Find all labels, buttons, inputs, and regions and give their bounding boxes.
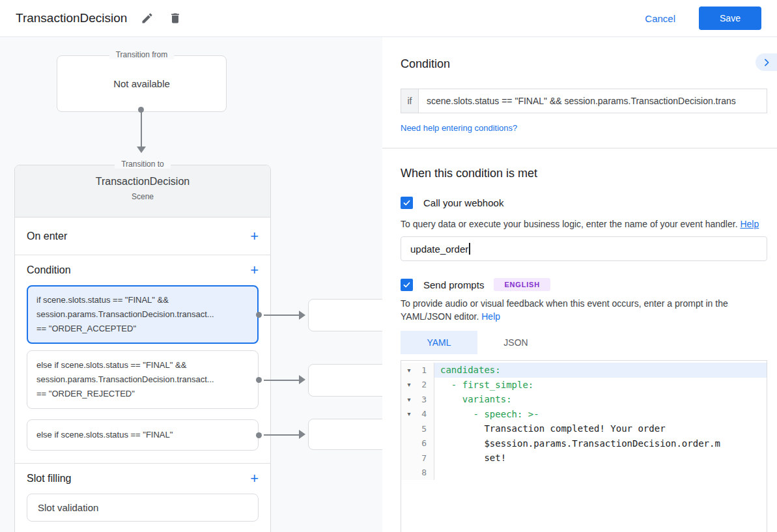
connector-line [141,109,142,147]
app-window: TransactionDecision Cancel Save Transiti… [0,0,777,532]
editor-tabs: YAML JSON [401,331,767,354]
condition-line: == "ORDER_REJECTED" [36,387,249,401]
webhook-row: Call your webhook [401,197,767,209]
code-text: - first_simple: [434,378,767,393]
scene-type: Scene [15,192,270,201]
condition-expression-input[interactable]: scene.slots.status == "FINAL" && session… [418,89,767,113]
save-button[interactable]: Save [699,7,761,30]
arrow-right-icon [299,311,305,320]
condition-line: == "ORDER_ACCEPTED" [36,322,249,336]
page-title: TransactionDecision [16,11,127,25]
caret-down-icon[interactable]: ▾ [401,410,417,417]
webhook-label: Call your webhook [423,197,503,208]
send-prompts-row: Send prompts ENGLISH [401,278,767,291]
code-text: Transaction completed! Your order [434,421,767,436]
transition-target-box[interactable] [308,419,382,450]
code-text: $session.params.TransactionDecision.orde… [434,436,767,451]
edit-scene-button[interactable] [139,10,155,26]
condition-line: else if scene.slots.status == "FINAL" && [36,358,249,372]
condition-card-selected[interactable]: if scene.slots.status == "FINAL" && sess… [27,285,259,344]
transition-to-label: Transition to [115,160,171,169]
editor-line: ▾2 - first_simple: [401,378,767,393]
add-condition-button[interactable]: + [250,263,259,277]
condition-expression-row: if scene.slots.status == "FINAL" && sess… [401,89,767,113]
line-number: 8 [417,468,430,477]
add-slot-button[interactable]: + [250,471,259,486]
transition-from-box[interactable]: Transition from Not available [57,55,227,112]
prompts-help-link[interactable]: Help [481,311,500,322]
webhook-description: To query data or execute your business l… [401,217,767,231]
collapse-panel-button[interactable] [756,53,777,71]
if-prefix: if [401,89,419,113]
scene-card-header[interactable]: TransactionDecision Scene [15,165,270,217]
scene-graph-canvas: Transition from Not available Transition… [0,37,382,532]
condition-card[interactable]: else if scene.slots.status == "FINAL" [27,419,259,451]
condition-help-link[interactable]: Need help entering conditions? [401,123,517,133]
yaml-editor[interactable]: ▾1 candidates: ▾2 - first_simple: ▾3 var… [401,360,767,532]
condition-card[interactable]: else if scene.slots.status == "FINAL" &&… [27,350,259,409]
check-icon [403,199,411,207]
line-number: 7 [417,453,430,463]
condition-line: session.params.TransactionDecision.trans… [36,307,249,322]
condition-heading: Condition [401,57,767,71]
condition-section-label: Condition [27,264,71,276]
line-number: 5 [417,424,430,434]
send-prompts-label: Send prompts [423,279,484,290]
line-number: 3 [417,395,430,404]
cancel-button[interactable]: Cancel [645,13,675,24]
slot-validation-card[interactable]: Slot validation [27,494,259,522]
connector-line [264,315,300,316]
delete-scene-button[interactable] [167,10,183,26]
slot-filling-label: Slot filling [27,473,71,484]
text-cursor [469,243,470,255]
scene-name: TransactionDecision [15,165,270,188]
plus-icon: + [250,470,259,486]
transition-target-box[interactable] [308,299,382,331]
webhook-help-link[interactable]: Help [740,219,759,229]
condition-section: Condition + if scene.slots.status == "FI… [15,255,270,464]
editor-line: 6 $session.params.TransactionDecision.or… [401,436,767,451]
arrow-right-icon [299,430,305,439]
slot-filling-section: Slot filling + Slot validation [15,464,270,522]
trash-icon [169,12,182,25]
editor-line: ▾1 candidates: [401,363,767,378]
send-prompts-checkbox[interactable] [401,279,413,291]
caret-down-icon[interactable]: ▾ [401,381,417,388]
condition-line: else if scene.slots.status == "FINAL" [36,428,249,442]
add-on-enter-button[interactable]: + [250,229,259,244]
on-enter-row: On enter + [15,217,270,255]
code-text: variants: [434,392,767,407]
check-icon [403,281,411,289]
slot-validation-label: Slot validation [38,502,98,513]
code-text: candidates: [434,363,767,378]
code-text [434,466,767,481]
prompts-description: To provide audio or visual feedback when… [401,297,767,323]
caret-down-icon[interactable]: ▾ [401,367,417,374]
language-badge: ENGLISH [494,278,550,291]
editor-line: 8 [401,466,767,481]
code-text: set! [434,451,767,466]
editor-line: ▾3 variants: [401,392,767,407]
scene-card: Transition to TransactionDecision Scene … [14,165,271,532]
when-met-heading: When this condition is met [401,167,767,180]
connector-dot [256,377,262,383]
event-handler-input[interactable]: update_order [401,236,767,261]
transition-from-value: Not available [113,78,170,89]
header-actions: Cancel Save [645,7,761,30]
event-handler-value: update_order [410,244,468,255]
tab-yaml[interactable]: YAML [401,331,477,354]
caret-down-icon[interactable]: ▾ [401,396,417,403]
connector-line [264,434,300,436]
tab-json[interactable]: JSON [477,331,554,354]
plus-icon: + [250,228,259,244]
chevron-right-icon [761,57,772,68]
line-number: 6 [417,438,430,448]
arrow-down-icon [137,147,146,153]
top-bar: TransactionDecision Cancel Save [0,0,777,37]
webhook-checkbox[interactable] [401,197,413,209]
condition-line: session.params.TransactionDecision.trans… [36,372,249,387]
line-number: 2 [417,380,430,389]
transition-target-box[interactable] [308,364,382,397]
plus-icon: + [250,262,259,278]
connector-line [264,380,300,381]
